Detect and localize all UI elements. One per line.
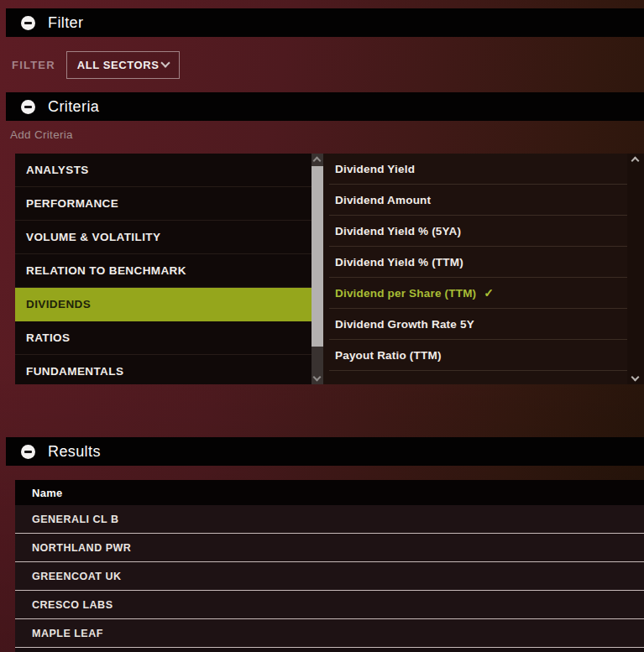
results-table: Name GENERALI CL B NORTHLAND PWR GREENCO… (15, 480, 644, 652)
criteria-item-list-scrollbar[interactable] (627, 154, 644, 384)
criteria-item-label: Dividend per Share (TTM) (335, 287, 476, 300)
filter-section-title: Filter (48, 14, 83, 32)
category-item-analysts[interactable]: ANALYSTS (15, 154, 312, 187)
results-gap (0, 466, 644, 480)
criteria-item-payout-ratio-ttm[interactable]: Payout Ratio (TTM) (329, 340, 627, 371)
check-icon: ✓ (484, 286, 494, 300)
category-list-scrollbar[interactable] (312, 154, 323, 384)
category-item-relation-to-benchmark[interactable]: RELATION TO BENCHMARK (15, 254, 312, 288)
table-row[interactable]: GENERALI CL B (15, 505, 644, 534)
collapse-minus-icon[interactable] (21, 100, 35, 114)
criteria-section-header: Criteria (6, 92, 644, 121)
table-row[interactable]: NORTHLAND PWR (15, 534, 644, 562)
category-item-performance[interactable]: PERFORMANCE (15, 187, 312, 221)
scroll-up-icon[interactable] (313, 157, 322, 165)
criteria-item-dividend-amount[interactable]: Dividend Amount (329, 185, 627, 216)
collapse-minus-icon[interactable] (21, 16, 35, 30)
criteria-item-dividend-per-share-ttm[interactable]: Dividend per Share (TTM)✓ (329, 278, 627, 309)
chevron-down-icon (160, 58, 170, 67)
collapse-minus-icon[interactable] (21, 445, 35, 459)
criteria-panel: ANALYSTS PERFORMANCE VOLUME & VOLATILITY… (15, 154, 644, 384)
table-row[interactable]: GREENCOAT UK (15, 562, 644, 591)
criteria-item-dividend-yield[interactable]: Dividend Yield (329, 154, 627, 185)
category-list: ANALYSTS PERFORMANCE VOLUME & VOLATILITY… (15, 154, 312, 384)
criteria-item-dividend-growth-rate-5y[interactable]: Dividend Growth Rate 5Y (329, 309, 627, 340)
results-column-header: Name (15, 480, 644, 505)
category-item-volume-volatility[interactable]: VOLUME & VOLATILITY (15, 221, 312, 254)
criteria-item-list: Dividend Yield Dividend Amount Dividend … (323, 154, 644, 384)
scroll-down-icon[interactable] (313, 373, 322, 382)
results-section-header: Results (6, 437, 644, 466)
section-gap (0, 384, 644, 437)
scrollbar-thumb[interactable] (312, 166, 323, 347)
criteria-item-dividend-yield-5ya[interactable]: Dividend Yield % (5YA) (329, 216, 627, 247)
add-criteria-label: Add Criteria (0, 121, 644, 154)
category-item-dividends[interactable]: DIVIDENDS (15, 288, 312, 321)
category-item-ratios[interactable]: RATIOS (15, 321, 312, 355)
criteria-item-dividend-yield-ttm[interactable]: Dividend Yield % (TTM) (329, 247, 627, 278)
filter-field-label: FILTER (12, 59, 55, 71)
table-row[interactable]: MAPLE LEAF (15, 619, 644, 648)
criteria-section-title: Criteria (48, 98, 99, 116)
page-top-margin (0, 0, 644, 8)
category-item-fundamentals[interactable]: FUNDAMENTALS (15, 355, 312, 384)
results-section-title: Results (48, 443, 101, 461)
table-next-row-edge (15, 648, 644, 652)
sector-dropdown[interactable]: ALL SECTORS (66, 51, 180, 79)
sector-dropdown-value: ALL SECTORS (77, 59, 160, 71)
scroll-down-icon[interactable] (631, 373, 640, 382)
filter-body: FILTER ALL SECTORS (0, 37, 644, 92)
scroll-up-icon[interactable] (631, 157, 640, 165)
table-row[interactable]: CRESCO LABS (15, 591, 644, 619)
filter-section-header: Filter (6, 8, 644, 37)
